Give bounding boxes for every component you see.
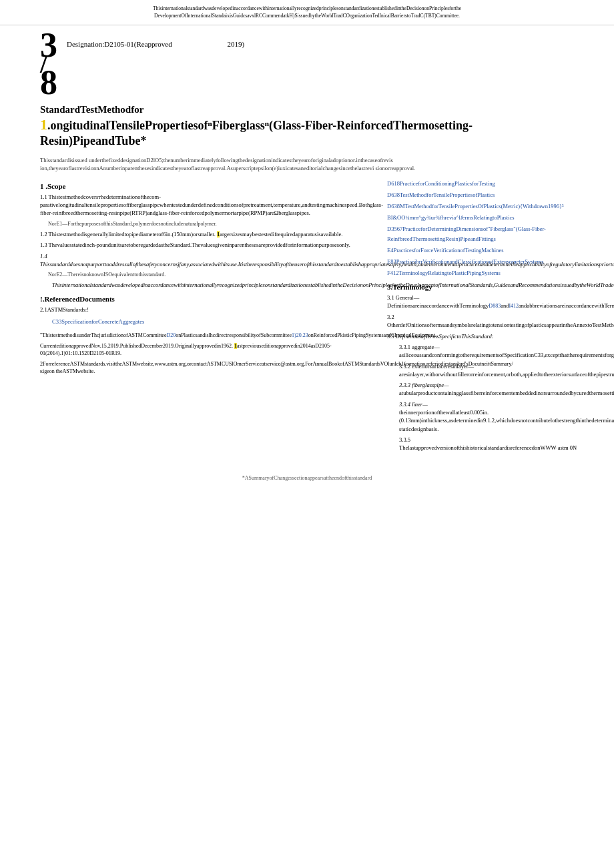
content-area: 1 .Scope 1.1 Thistestmethodcoversтhedete… [0,177,614,455]
highlight-2: 1 [234,343,237,349]
scope-1-2-text: 1.2 Thistestmethodisgenerallylimitedtopi… [40,231,342,238]
left-column: 1 .Scope 1.1 Thistestmethodcoversтhedete… [40,177,374,455]
nor-e1: NorE1—ForthepurposesofthisStandard,polym… [48,220,374,228]
scope-1-1: 1.1 Thistestmethodcoversтhedetermination… [40,193,374,218]
title-desc-text: Thisstandardisissued underthefixeddesign… [40,157,415,171]
scope-1-1-text: 1.1 Thistestmethodcoversтhedetermination… [40,193,383,217]
d638-link[interactable]: D638TestMethodforTensilePropertiesofPlas… [387,191,495,198]
term-3-3-5-text: 3.3.5 Thelastapprovedversionofthishistor… [399,436,577,451]
term-3-3-4-body: theinnerportionofthewallatleast0.005in.(… [399,409,614,432]
term-3-3-2: 3.3.2 exteriorsurfaceresinlayer—aresinla… [399,362,574,379]
i412-link[interactable]: I412 [509,303,519,309]
term-3-3-3: 3.3.3 fiberglassрipe— atubularproductcon… [399,381,574,398]
term-3-2-text: 3.2 OtherdefOnitionsoftermsandsymbolsrel… [387,314,614,328]
d618-link[interactable]: D618PracticeforConditioningPlasticsforTe… [387,180,495,187]
designation-label: Designation:D2105-01(Reapproved [67,40,172,48]
c33-link[interactable]: C33SpecificationforConcreteAggregates [52,318,144,325]
ref-link-3: BI&OO¼mm^gy¾ur¾fhrevia^lⅈermsRelatingtoP… [387,212,574,222]
term-3-3-4: 3.3.4 liner— theinnerportionofthewallatl… [399,400,574,433]
d2023-link[interactable]: 1)20.23 [292,332,308,338]
designation-row: 3 / 8 Designation:D2105-01(Reapproved 20… [0,25,614,101]
jurisdiction-note: "ThistestmethodisunderThcjurisdictionofA… [40,332,374,340]
header-bar: Thisinternationalstandardwasdevelopedina… [0,0,614,25]
term-3-3-3-body: atubularproductcontainingglassfiberreinf… [399,390,614,396]
designation-text: Designation:D2105-01(Reapproved 2019) [67,36,244,48]
term-3-1-text: 3.1 General—Definitionsareinaccordancewi… [387,294,614,309]
title-line2: 1.ongitudinalTensilePropertiesofⁿFibergl… [40,116,574,148]
footer: *ASummaryofChangessectionappearsattheend… [0,468,614,488]
header-text: Thisinternationalstandardwasdevelopedina… [153,5,461,19]
fraction-denominator: 8 [40,68,57,97]
fraction-display: 3 / 8 [40,31,57,98]
scope-1-5-italic: Thisinternationalstandardwasdevelopedina… [52,281,374,289]
ref-link-4: D3567PracticeforDeterminingDimensionsof"… [387,224,574,244]
d20-link[interactable]: D20 [166,332,176,338]
e4-link[interactable]: E4PracticesforForceVerificationofTesting… [387,247,504,254]
scope-1-3: 1.3 Thevaluesstatedinch-poundunitsaretob… [40,241,374,249]
ref-docs-2-1: 2.1ASTMStandards:! [40,306,374,314]
ref-docs-title: !.ReferencedDocuments [40,295,374,303]
ref-link-0: D618PracticeforConditioningPlasticsforTe… [387,178,574,188]
term-3-3-1-text: 3.3.1 aggregate—asiliceoussandconforming… [399,344,614,358]
term-3-1: 3.1 General—Definitionsareinaccordancewi… [387,294,574,310]
bi-link[interactable]: BI&OO¼mm^gy¾ur¾fhrevia^lⅈermsRelatingtoP… [387,214,515,221]
ref-c33: C33SpecificationforConcreteAggregates [52,316,374,326]
title-main: .ongitudinalTensilePropertiesofⁿFibergla… [40,119,473,147]
scope-title: 1 .Scope [40,182,374,190]
scope-1-2: 1.2 Thistestmethodisgenerallylimitedtopi… [40,230,374,238]
d638m-link[interactable]: D638MTestMethodforTensilePropertiesOfPla… [387,203,564,209]
for-ref: 2ForreferenceASTMstandards.visittheASTMw… [40,360,374,376]
e83-link[interactable]: E83PracticeibrrVerificationandClassifica… [387,258,544,265]
term-3-3: 3.3 DefinitionsofTermsSpecifictoThisStan… [387,332,574,340]
ref-links-list: D618PracticeforConditioningPlasticsforTe… [387,178,574,278]
term-3-3-5: 3.3.5 Thelastapprovedversionofthishistor… [399,436,574,452]
current-edition: CurrenteditionapprovedNov.15,2019.Publis… [40,342,374,358]
designation-year: 2019) [227,40,244,48]
ref-link-1: D638TestMethodforTensilePropertiesofPlas… [387,189,574,199]
ref-link-2: D638MTestMethodforTensilePropertiesOfPla… [387,201,574,211]
current-edition-text: CurrenteditionapprovedNov.15,2019.Publis… [40,343,332,357]
terminology-title: 3.Terminology [387,283,574,291]
term-3-3-text: 3.3 DefinitionsofTermsSpecifictoThisStan… [387,333,493,340]
ref-docs-2-1-text: 2.1ASTMStandards:! [40,306,89,313]
page: Thisinternationalstandardwasdevelopedina… [0,0,614,868]
scope-1-3-text: 1.3 Thevaluesstatedinch-poundunitsaretob… [40,242,350,248]
ref-link-6: E83PracticeibrrVerificationandClassifica… [387,256,574,266]
ref-link-7: F412TerminologyRelatingtoPlasticPipingSy… [387,268,574,278]
title-section: StandardTestMethodfor 1.ongitudinalTensi… [0,101,614,152]
title-number: 1 [40,116,47,133]
term-3-3-1: 3.3.1 aggregate—asiliceoussandconforming… [399,343,574,360]
d3567-text: D3567PracticeforDeterminingDimensionsof"… [387,226,546,242]
term-3-3-4-title: 3.3.4 liner— [399,401,428,408]
title-line1: StandardTestMethodfor [40,103,574,117]
term-3-2: 3.2 OtherdefOnitionsoftermsandsymbolsrel… [387,313,574,330]
d3567-link[interactable]: D3567PracticeforDeterminingDimensionsof"… [387,226,546,242]
title-description: Thisstandardisissued underthefixeddesign… [0,152,614,177]
ref-link-5: E4PracticesforForceVerificationofTesting… [387,245,574,255]
highlight-1: 1 [217,231,220,238]
fraction-block: 3 / 8 [40,31,57,98]
d883-link[interactable]: D883 [489,303,501,309]
term-3-3-3-title: 3.3.3 fiberglassрipe— [399,382,449,388]
f412-link[interactable]: F412TerminologyRelatingtoPlasticPipingSy… [387,270,501,276]
nor-e2: NorE2—ThereisnoknownISOequivalenttothiss… [48,271,374,278]
jurisdiction-text: "ThistestmethodisunderThcjurisdictionofA… [40,332,436,338]
footer-text: *ASummaryofChangessectionappearsattheend… [242,475,372,481]
scope-1-4: 1.4 Thisstandarddoesnotpurporttoaddressa… [40,252,374,269]
right-column: D618PracticeforConditioningPlasticsforTe… [387,177,574,455]
term-3-3-2-text: 3.3.2 exteriorsurfaceresinlayer—aresinla… [399,363,614,378]
